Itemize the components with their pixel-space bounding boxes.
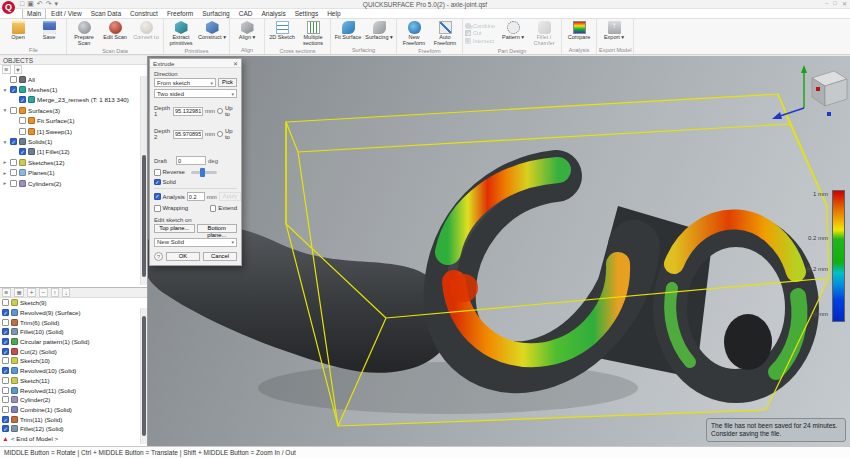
menu-main[interactable]: Main <box>22 8 46 19</box>
tree-item-fillet-10-solid[interactable]: ✓Fillet(10) (Solid) <box>0 327 147 337</box>
visibility-checkbox[interactable] <box>10 76 17 83</box>
ribbon-button-fit-surface[interactable]: Fit Surface <box>333 20 363 41</box>
ribbon-button-combine[interactable]: Combine <box>465 23 495 29</box>
visibility-checkbox[interactable]: ✓ <box>19 96 26 103</box>
visibility-checkbox[interactable] <box>19 117 26 124</box>
visibility-checkbox[interactable] <box>2 299 9 306</box>
depth2-input[interactable] <box>173 130 203 139</box>
depth2-upto-radio[interactable] <box>217 131 223 137</box>
tree-item-sketch-9[interactable]: Sketch(9) <box>0 298 147 308</box>
visibility-checkbox[interactable]: ✓ <box>10 86 17 93</box>
help-icon[interactable]: ? <box>154 252 163 261</box>
ribbon-button-new-freeform[interactable]: New Freeform <box>399 20 429 47</box>
tree-item-solids-1[interactable]: ▾✓Solids(1) <box>0 136 147 146</box>
visibility-checkbox[interactable] <box>10 107 17 114</box>
down-icon[interactable]: ↓ <box>62 288 70 297</box>
top-plane-button[interactable]: Top plane... <box>154 224 195 233</box>
viewport-3d-scene[interactable] <box>148 56 850 446</box>
draft-slider-thumb[interactable] <box>200 168 205 177</box>
history-scrollbar-thumb[interactable] <box>142 316 146 436</box>
visibility-checkbox[interactable] <box>2 406 9 413</box>
options-icon[interactable]: ▾ <box>14 65 22 74</box>
menu-freeform[interactable]: Freeform <box>163 9 197 18</box>
menu-edit-view[interactable]: Edit / View <box>47 9 86 18</box>
dialog-close-icon[interactable]: ✕ <box>233 60 238 67</box>
objects-scrollbar[interactable] <box>140 76 147 285</box>
extend-checkbox[interactable] <box>210 205 217 212</box>
visibility-checkbox[interactable] <box>10 159 17 166</box>
tree-item-trim-11-solid[interactable]: ✓Trim(11) (Solid) <box>0 414 147 424</box>
solid-checkbox[interactable]: ✓ <box>154 179 161 186</box>
minimize-icon[interactable]: – <box>825 0 828 7</box>
save-reminder-notification[interactable]: The file has not been saved for 24 minut… <box>706 418 846 442</box>
tree-item-revolved-9-surface[interactable]: ✓Revolved(9) (Surface) <box>0 308 147 318</box>
tree-item-sketch-10[interactable]: Sketch(10) <box>0 356 147 366</box>
extrude-dialog-header[interactable]: Extrude ✕ <box>150 59 241 68</box>
visibility-checkbox[interactable] <box>10 180 17 187</box>
ribbon-button-auto-freeform[interactable]: Auto Freeform <box>430 20 460 47</box>
tree-item-meshes-1[interactable]: ▾✓Meshes(1) <box>0 84 147 94</box>
visibility-checkbox[interactable]: ✓ <box>2 425 9 432</box>
list-icon[interactable]: ≡ <box>2 288 11 297</box>
up-icon[interactable]: ↑ <box>51 288 59 297</box>
ribbon-button-2d-sketch[interactable]: 2D Sketch <box>267 20 297 41</box>
twisty-icon[interactable]: ▾ <box>2 139 8 145</box>
visibility-checkbox[interactable] <box>2 357 9 364</box>
tree-item-fit-surface-1[interactable]: Fit Surface(1) <box>0 116 147 126</box>
tree-item-cylinder-2[interactable]: Cylinder(2) <box>0 395 147 405</box>
menu-help[interactable]: Help <box>323 9 344 18</box>
tree-item-end-of-model[interactable]: ▲< End of Model > <box>0 434 147 444</box>
visibility-checkbox[interactable]: ✓ <box>2 309 9 316</box>
menu-cad[interactable]: CAD <box>235 9 257 18</box>
ribbon-button-fillet-chamfer[interactable]: Fillet / Chamfer <box>529 20 559 47</box>
depth1-input[interactable] <box>173 107 203 116</box>
filter-icon[interactable]: ≡ <box>2 65 11 74</box>
tree-item-sketches-12[interactable]: ▸Sketches(12) <box>0 157 147 167</box>
viewport[interactable]: 1 mm0.2 mm-0.2 mm-1 mm The file has not … <box>148 56 850 446</box>
menu-construct[interactable]: Construct <box>126 9 162 18</box>
twisty-icon[interactable]: ▸ <box>2 159 8 165</box>
tree-item-sketch-11[interactable]: Sketch(11) <box>0 376 147 386</box>
tree-item-merge-23-remesh-t-1-813-340[interactable]: ✓Merge_23_remesh (T: 1 813 340) <box>0 95 147 105</box>
tree-item-combine-1-solid[interactable]: Combine(1) (Solid) <box>0 405 147 415</box>
ribbon-button-convert-to[interactable]: Convert to <box>131 20 161 41</box>
tree-item-revolved-10-solid[interactable]: ✓Revolved(10) (Solid) <box>0 366 147 376</box>
tree-item-1-fillet-12[interactable]: ✓[1] Fillet(12) <box>0 147 147 157</box>
ribbon-button-export[interactable]: Export ▾ <box>599 20 629 41</box>
draft-slider[interactable] <box>191 171 217 174</box>
wrapping-checkbox[interactable] <box>154 205 161 212</box>
visibility-checkbox[interactable]: ✓ <box>19 148 26 155</box>
ribbon-button-open[interactable]: Open <box>3 20 33 41</box>
result-type-select[interactable]: New Solid ▾ <box>154 238 237 247</box>
ribbon-button-compare[interactable]: Compare <box>564 20 594 41</box>
visibility-checkbox[interactable]: ✓ <box>2 416 9 423</box>
ribbon-button-prepare-scan[interactable]: Prepare Scan <box>69 20 99 47</box>
ribbon-button-pattern[interactable]: Pattern ▾ <box>498 20 528 41</box>
ribbon-button-cut[interactable]: Cut <box>465 30 495 36</box>
twisty-icon[interactable]: ▾ <box>2 87 8 93</box>
visibility-checkbox[interactable] <box>19 128 26 135</box>
analysis-checkbox[interactable]: ✓ <box>154 193 161 200</box>
tree-item-cylinders-2[interactable]: ▸Cylinders(2) <box>0 178 147 188</box>
ribbon-button-surfacing[interactable]: Surfacing ▾ <box>364 20 394 41</box>
objects-scrollbar-thumb[interactable] <box>142 155 146 276</box>
ribbon-button-extract-primitives[interactable]: Extract primitives <box>166 20 196 47</box>
reverse-checkbox[interactable] <box>154 169 161 176</box>
close-icon[interactable]: ✕ <box>842 0 847 7</box>
draft-input[interactable] <box>176 156 206 165</box>
collapse-icon[interactable]: − <box>39 288 48 297</box>
twisty-icon[interactable]: ▾ <box>2 107 8 113</box>
history-scrollbar[interactable] <box>140 308 147 444</box>
twisty-icon[interactable]: ▸ <box>2 170 8 176</box>
visibility-checkbox[interactable] <box>2 319 9 326</box>
depth1-upto-radio[interactable] <box>217 108 223 114</box>
ribbon-button-align[interactable]: Align ▾ <box>232 20 262 41</box>
visibility-checkbox[interactable]: ✓ <box>10 138 17 145</box>
app-logo[interactable]: Q <box>2 1 15 14</box>
extrude-mode-select[interactable]: Two sided ▾ <box>154 89 237 98</box>
visibility-checkbox[interactable] <box>2 387 9 394</box>
ribbon-button-intersect[interactable]: Intersect <box>465 38 495 44</box>
tree-item-surfaces-3[interactable]: ▾Surfaces(3) <box>0 105 147 115</box>
tree-item-circular-pattern-1-solid[interactable]: ✓Circular pattern(1) (Solid) <box>0 337 147 347</box>
menu-scan-data[interactable]: Scan Data <box>87 9 125 18</box>
